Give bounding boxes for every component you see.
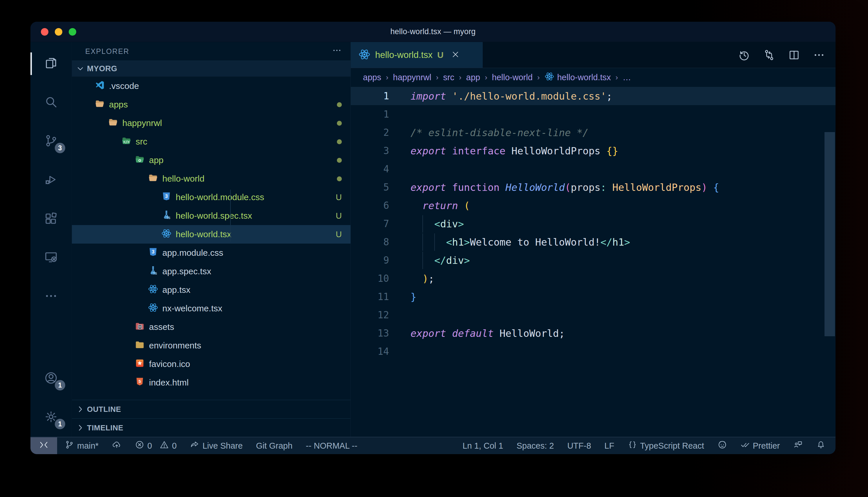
more-actions-icon[interactable] bbox=[813, 49, 825, 61]
breadcrumb-item-src[interactable]: src› bbox=[443, 73, 466, 82]
settings-badge: 1 bbox=[55, 419, 65, 429]
code-line[interactable]: 8 <h1>Welcome to HelloWorld!</h1> bbox=[351, 233, 836, 251]
status-prettier[interactable]: Prettier bbox=[741, 440, 780, 452]
line-number: 5 bbox=[351, 182, 394, 193]
code-line[interactable]: 5export function HelloWorld(props: Hello… bbox=[351, 178, 836, 196]
status-git-branch[interactable]: main* bbox=[65, 440, 99, 452]
tree-item-src[interactable]: </>src bbox=[72, 132, 350, 151]
breadcrumb-item-hello-world-tsx[interactable]: hello-world.tsx› bbox=[545, 72, 623, 83]
tab-git-status-badge: U bbox=[437, 50, 444, 60]
tree-item-app[interactable]: app bbox=[72, 151, 350, 169]
breadcrumb-item-app[interactable]: app› bbox=[466, 73, 492, 82]
editor-scrollbar[interactable] bbox=[825, 132, 835, 336]
activity-item-extensions[interactable] bbox=[30, 200, 72, 238]
split-editor-icon[interactable] bbox=[788, 49, 800, 61]
braces-icon bbox=[628, 440, 637, 452]
open-changes-icon[interactable] bbox=[763, 49, 775, 61]
minimize-window-button[interactable] bbox=[55, 28, 62, 36]
activity-item-search[interactable] bbox=[30, 83, 72, 122]
status-label: Ln 1, Col 1 bbox=[463, 441, 503, 451]
breadcrumb-item-hello-world[interactable]: hello-world› bbox=[492, 73, 545, 82]
code-line[interactable]: 10 ); bbox=[351, 269, 836, 288]
activity-item-more-views[interactable] bbox=[30, 277, 72, 316]
git-modified-dot-icon bbox=[337, 158, 342, 163]
tree-item-index-html[interactable]: 5index.html bbox=[72, 373, 350, 392]
tree-item--vscode[interactable]: .vscode bbox=[72, 77, 350, 95]
tree-item-app-spec-tsx[interactable]: TSapp.spec.tsx bbox=[72, 262, 350, 281]
tree-item-app-module-css[interactable]: 3app.module.css bbox=[72, 244, 350, 262]
editor-actions bbox=[728, 42, 836, 68]
folder-env-icon bbox=[135, 339, 145, 352]
git-modified-dot-icon bbox=[337, 121, 342, 126]
open-timeline-icon[interactable] bbox=[738, 49, 750, 61]
status-problems[interactable]: 00 bbox=[135, 440, 177, 452]
status-encoding[interactable]: UTF-8 bbox=[567, 441, 591, 451]
tree-item-hello-world-module-css[interactable]: 3hello-world.module.cssU bbox=[72, 188, 350, 207]
breadcrumb-item-apps[interactable]: apps› bbox=[363, 73, 393, 82]
panel-outline[interactable]: OUTLINE bbox=[72, 400, 350, 418]
tree-item-assets[interactable]: assets bbox=[72, 318, 350, 336]
breadcrumb-label: … bbox=[623, 73, 631, 82]
tree-item-hello-world-spec-tsx[interactable]: TShello-world.spec.tsxU bbox=[72, 207, 350, 225]
tree-item-label: hello-world.module.css bbox=[176, 192, 264, 202]
activity-item-explorer[interactable] bbox=[30, 44, 72, 83]
code-editor[interactable]: 1import './hello-world.module.css';12/* … bbox=[351, 87, 836, 437]
code-line[interactable]: 13export default HelloWorld; bbox=[351, 324, 836, 342]
status-language-mode[interactable]: TypeScript React bbox=[628, 440, 704, 452]
tree-item-hello-world-tsx[interactable]: hello-world.tsxU bbox=[72, 225, 350, 244]
activity-item-source-control[interactable]: 3 bbox=[30, 122, 72, 161]
tree-item-label: happynrwl bbox=[122, 118, 162, 128]
status-vim-mode[interactable]: -- NORMAL -- bbox=[306, 441, 357, 451]
code-line[interactable]: 1import './hello-world.module.css'; bbox=[351, 87, 836, 105]
tree-item-favicon-ico[interactable]: favicon.ico bbox=[72, 355, 350, 373]
tree-item-app-tsx[interactable]: app.tsx bbox=[72, 281, 350, 299]
remote-indicator[interactable] bbox=[30, 437, 57, 454]
tree-item-hello-world[interactable]: hello-world bbox=[72, 169, 350, 188]
status-indentation[interactable]: Spaces: 2 bbox=[516, 441, 554, 451]
code-line[interactable]: 6 return ( bbox=[351, 196, 836, 215]
code-text: import './hello-world.module.css'; bbox=[394, 90, 612, 102]
code-line[interactable]: 11} bbox=[351, 288, 836, 306]
status-label: main* bbox=[77, 441, 99, 451]
line-number: 12 bbox=[351, 309, 394, 321]
status-cursor-position[interactable]: Ln 1, Col 1 bbox=[463, 441, 503, 451]
tab-hello-world-tsx[interactable]: hello-world.tsx U bbox=[351, 42, 483, 68]
close-tab-icon[interactable] bbox=[451, 50, 460, 60]
code-line[interactable]: 3export interface HelloWorldProps {} bbox=[351, 142, 836, 160]
explorer-more-actions-icon[interactable] bbox=[332, 45, 342, 57]
status-git-graph[interactable]: Git Graph bbox=[256, 441, 292, 451]
status-feedback[interactable] bbox=[793, 440, 803, 452]
tree-item-nx-welcome-tsx[interactable]: nx-welcome.tsx bbox=[72, 299, 350, 318]
activity-item-settings[interactable]: 1 bbox=[30, 398, 72, 437]
status-eol[interactable]: LF bbox=[605, 441, 614, 451]
panel-timeline[interactable]: TIMELINE bbox=[72, 418, 350, 437]
code-line[interactable]: 12 bbox=[351, 306, 836, 324]
tree-item-happynrwl[interactable]: happynrwl bbox=[72, 114, 350, 132]
tree-item-environments[interactable]: environments bbox=[72, 336, 350, 355]
maximize-window-button[interactable] bbox=[69, 28, 76, 36]
status-live-share[interactable]: Live Share bbox=[190, 440, 243, 452]
vscode-window: hello-world.tsx — myorg 311 EXPLORER MYO… bbox=[30, 22, 836, 454]
breadcrumb-item--[interactable]: … bbox=[623, 73, 631, 82]
code-line[interactable]: 4 bbox=[351, 160, 836, 178]
status-sync[interactable] bbox=[112, 440, 122, 452]
activity-item-remote-explorer[interactable] bbox=[30, 238, 72, 277]
tab-bar: hello-world.tsx U bbox=[351, 42, 836, 68]
tree-item-apps[interactable]: apps bbox=[72, 95, 350, 114]
workspace-section-header[interactable]: MYORG bbox=[72, 60, 350, 77]
code-line[interactable]: 2/* eslint-disable-next-line */ bbox=[351, 123, 836, 142]
code-text: /* eslint-disable-next-line */ bbox=[394, 127, 589, 139]
breadcrumb-label: apps bbox=[363, 73, 381, 82]
code-line[interactable]: 1 bbox=[351, 105, 836, 123]
code-line[interactable]: 14 bbox=[351, 342, 836, 360]
svg-text:5: 5 bbox=[139, 379, 141, 383]
code-line[interactable]: 7 <div> bbox=[351, 215, 836, 233]
activity-item-run-debug[interactable] bbox=[30, 161, 72, 200]
close-window-button[interactable] bbox=[41, 28, 49, 36]
activity-item-accounts[interactable]: 1 bbox=[30, 359, 72, 398]
status-octoface[interactable] bbox=[718, 440, 727, 452]
code-line[interactable]: 9 </div> bbox=[351, 251, 836, 269]
status-notifications[interactable] bbox=[816, 440, 826, 452]
breadcrumb-item-happynrwl[interactable]: happynrwl› bbox=[393, 73, 443, 82]
svg-text:3: 3 bbox=[165, 194, 168, 199]
